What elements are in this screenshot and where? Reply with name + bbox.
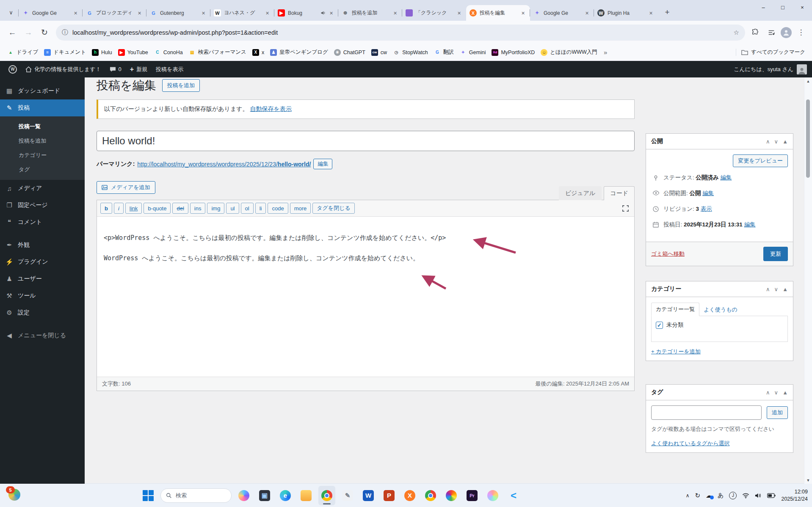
sidebar-subitem[interactable]: タグ <box>0 163 85 177</box>
publish-row-edit-link[interactable]: 表示 <box>701 206 712 212</box>
battery-icon[interactable] <box>767 493 776 498</box>
order-down-icon[interactable]: ∨ <box>774 389 779 396</box>
chrome-icon[interactable] <box>318 486 335 505</box>
sidebar-item[interactable]: ▦ダッシュボード <box>0 83 85 99</box>
quicktag-button[interactable]: img <box>207 203 224 214</box>
scrollbar-thumb[interactable] <box>806 99 810 178</box>
tab-close-icon[interactable]: × <box>72 9 79 17</box>
order-down-icon[interactable]: ∨ <box>774 286 779 292</box>
onedrive-cloud-icon[interactable]: ☁ <box>706 492 712 499</box>
extensions-puzzle-icon[interactable] <box>748 26 762 39</box>
tab-visual[interactable]: ビジュアル <box>559 186 602 200</box>
tab-close-icon[interactable]: × <box>647 9 655 17</box>
sidebar-item[interactable]: ⚒ツール <box>0 287 85 304</box>
quicktag-button[interactable]: code <box>268 203 288 214</box>
tab-close-icon[interactable]: × <box>328 9 335 17</box>
taskbar-clock[interactable]: 12:09 2025/12/24 <box>781 488 808 503</box>
tab-close-icon[interactable]: × <box>264 9 271 17</box>
quicktag-button[interactable]: b-quote <box>144 203 171 214</box>
browser-tab[interactable]: ✦Google Ge× <box>530 5 594 21</box>
tab-close-icon[interactable]: × <box>136 9 143 17</box>
browser-tab[interactable]: ▶Bokug× <box>274 5 338 21</box>
order-down-icon[interactable]: ∨ <box>774 138 779 145</box>
sidebar-item[interactable]: ❐固定ページ <box>0 197 85 214</box>
bookmark-item[interactable]: ✳ChatGPT <box>331 47 368 58</box>
bookmark-item[interactable]: cwcw <box>368 47 390 58</box>
sidebar-item[interactable]: ♟ユーザー <box>0 270 85 287</box>
tab-close-icon[interactable]: × <box>392 9 399 17</box>
powerpoint-icon[interactable]: P <box>381 486 398 505</box>
preview-changes-button[interactable]: 変更をプレビュー <box>733 154 788 167</box>
add-media-button[interactable]: メディアを追加 <box>97 181 155 194</box>
sidebar-item[interactable]: ✎投稿 <box>0 99 85 116</box>
bookmark-item[interactable]: ✦Gemini <box>457 47 489 58</box>
add-post-button[interactable]: 投稿を追加 <box>162 79 200 92</box>
browser-tab[interactable]: GGutenberg× <box>146 5 210 21</box>
tab-close-icon[interactable]: × <box>456 9 463 17</box>
sidebar-item[interactable]: ⚙設定 <box>0 304 85 321</box>
sidebar-subitem[interactable]: カテゴリー <box>0 148 85 163</box>
categories-panel-header[interactable]: カテゴリー ∧ ∨ ▲ <box>646 281 793 297</box>
back-icon[interactable]: ← <box>5 25 19 40</box>
toggle-panel-icon[interactable]: ▲ <box>782 138 788 145</box>
publish-row-edit-link[interactable]: 編集 <box>702 190 714 196</box>
url-text[interactable]: localhost/my_wordpress/wordpress/wp-admi… <box>72 29 729 36</box>
bookmark-item[interactable]: G翻訳 <box>431 47 457 58</box>
word-icon[interactable]: W <box>360 486 377 505</box>
browser-tab[interactable]: ⊕投稿を追加× <box>338 5 402 21</box>
bookmark-star-icon[interactable]: ☆ <box>734 29 739 36</box>
quicktag-button[interactable]: li <box>255 203 266 214</box>
post-title-input[interactable]: Hello world! <box>97 131 635 151</box>
wp-logo-menu[interactable]: W <box>5 61 20 77</box>
tab-close-icon[interactable]: × <box>200 9 207 17</box>
tags-panel-header[interactable]: タグ ∧ ∨ ▲ <box>646 385 793 400</box>
quicktag-button[interactable]: タグを閉じる <box>312 203 355 214</box>
close-button[interactable]: × <box>793 0 812 14</box>
tab-most-used[interactable]: よく使うもの <box>699 303 742 316</box>
bookmark-item[interactable]: ▲ドライブ <box>4 47 41 58</box>
site-info-icon[interactable]: ⓘ <box>62 28 68 36</box>
tab-close-icon[interactable]: × <box>583 9 591 17</box>
premiere-icon[interactable]: Pr <box>464 486 481 505</box>
tab-close-icon[interactable]: × <box>519 9 527 17</box>
sidebar-item[interactable]: ◀メニューを閉じる <box>0 327 85 344</box>
edge-icon[interactable]: e <box>277 486 294 505</box>
category-checkbox[interactable]: ✓ <box>656 322 663 329</box>
sync-icon[interactable]: ↻ <box>695 492 701 499</box>
bookmark-item[interactable]: ▶YouTube <box>115 47 151 58</box>
tab-all-categories[interactable]: カテゴリー一覧 <box>651 303 699 316</box>
maximize-button[interactable]: □ <box>773 0 793 14</box>
quicktag-button[interactable]: ol <box>241 203 254 214</box>
browser-tab[interactable]: WPlugin Ha× <box>594 5 658 21</box>
photos-icon[interactable] <box>443 486 460 505</box>
chrome-menu-icon[interactable]: ⋮ <box>794 26 808 39</box>
order-up-icon[interactable]: ∧ <box>766 389 770 396</box>
volume-icon[interactable] <box>755 493 762 499</box>
toggle-panel-icon[interactable]: ▲ <box>782 286 788 292</box>
bookmark-item[interactable]: ◷StopWatch <box>390 47 431 58</box>
publish-panel-header[interactable]: 公開 ∧ ∨ ▲ <box>646 134 793 149</box>
quicktag-button[interactable]: b <box>100 203 112 214</box>
quicktag-button[interactable]: del <box>172 203 188 214</box>
toggle-panel-icon[interactable]: ▲ <box>782 389 788 396</box>
quicktag-button[interactable]: more <box>290 203 311 214</box>
bookmark-item[interactable]: ▤検索パフォーマンス <box>186 47 249 58</box>
start-button[interactable] <box>140 486 157 505</box>
browser-tab[interactable]: X投稿を編集× <box>466 5 530 21</box>
chrome2-icon[interactable] <box>422 486 439 505</box>
bookmark-item[interactable]: ☺とほほのWWW入門 <box>538 47 600 58</box>
publish-row-edit-link[interactable]: 編集 <box>720 174 732 181</box>
copilot-icon[interactable] <box>235 486 252 505</box>
clock-app-icon[interactable]: J <box>729 492 737 499</box>
sidebar-item[interactable]: ❝コメント <box>0 214 85 231</box>
update-button[interactable]: 更新 <box>763 247 788 261</box>
bookmark-item[interactable]: ♟皇帝ペンギンブログ <box>267 47 331 58</box>
vscode-icon[interactable]: < <box>505 486 522 505</box>
sidebar-item[interactable]: ✒外観 <box>0 237 85 253</box>
quicktag-button[interactable]: link <box>125 203 142 214</box>
pc-monitor-icon[interactable]: ▣ <box>256 486 273 505</box>
paint-icon[interactable]: ✎ <box>339 486 356 505</box>
browser-tab[interactable]: ✦Google Ge× <box>19 5 83 21</box>
colorful-app-icon[interactable] <box>484 486 501 505</box>
add-tag-button[interactable]: 追加 <box>767 406 788 419</box>
